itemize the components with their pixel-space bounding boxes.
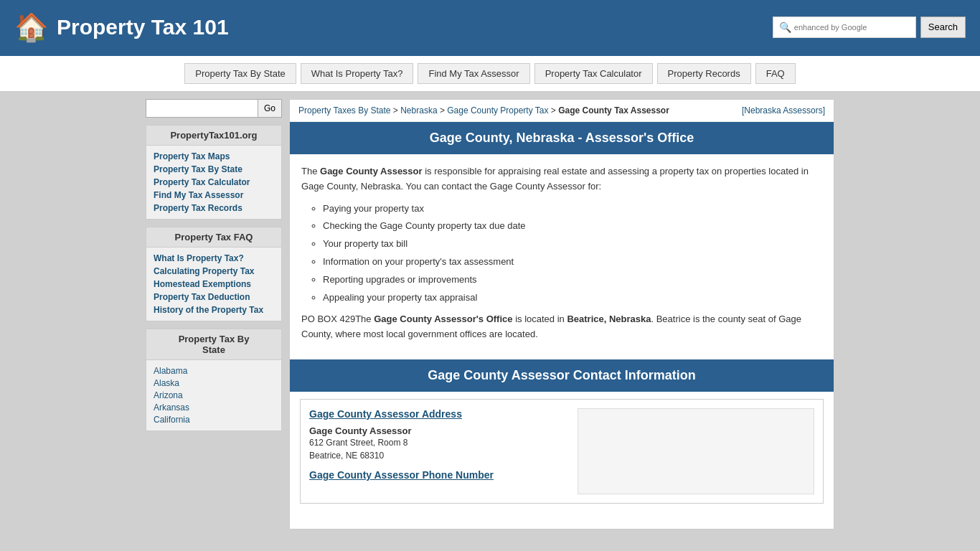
breadcrumb-current: Gage County Tax Assessor bbox=[558, 105, 669, 116]
state-link-arkansas[interactable]: Arkansas bbox=[154, 402, 274, 413]
sidebar-search-go-button[interactable]: Go bbox=[258, 99, 282, 118]
sidebar-faq-links: What Is Property Tax? Calculating Proper… bbox=[146, 248, 281, 321]
nav-property-records[interactable]: Property Records bbox=[657, 63, 751, 84]
content-body: The Gage County Assessor is responsible … bbox=[290, 154, 834, 359]
assessor-name-bold: Gage County Assessor bbox=[320, 166, 423, 176]
breadcrumb-link-gage[interactable]: Gage County Property Tax bbox=[447, 105, 548, 116]
logo-area: 🏠 Property Tax 101 bbox=[14, 14, 229, 41]
intro-paragraph: The Gage County Assessor is responsible … bbox=[301, 164, 822, 194]
sidebar-link-calculator[interactable]: Property Tax Calculator bbox=[154, 177, 274, 187]
site-header: 🏠 Property Tax 101 🔍 Search bbox=[0, 0, 980, 54]
sidebar-nav-links: Property Tax Maps Property Tax By State … bbox=[146, 146, 281, 219]
sidebar-search-form: Go bbox=[146, 99, 282, 118]
search-icon: 🔍 bbox=[779, 22, 791, 33]
sidebar-faq-what[interactable]: What Is Property Tax? bbox=[154, 253, 274, 263]
search-area: 🔍 Search bbox=[773, 17, 966, 38]
search-input[interactable] bbox=[794, 23, 910, 32]
sidebar-link-maps[interactable]: Property Tax Maps bbox=[154, 151, 274, 161]
contact-section-header: Gage County Assessor Contact Information bbox=[290, 359, 834, 392]
main-section-header: Gage County, Nebraska - Assessor's Offic… bbox=[290, 122, 834, 154]
service-item-5: Reporting upgrades or improvements bbox=[323, 273, 822, 288]
sidebar-search-input[interactable] bbox=[146, 99, 258, 118]
sidebar-nav-title: PropertyTax101.org bbox=[146, 126, 281, 146]
breadcrumb-path: Property Taxes By State > Nebraska > Gag… bbox=[298, 105, 669, 116]
contact-left-panel: Gage County Assessor Address Gage County… bbox=[309, 408, 570, 494]
service-item-2: Checking the Gage County property tax du… bbox=[323, 219, 822, 234]
sidebar-faq-deduction[interactable]: Property Tax Deduction bbox=[154, 292, 274, 302]
state-link-california[interactable]: California bbox=[154, 415, 274, 425]
sidebar: Go PropertyTax101.org Property Tax Maps … bbox=[146, 99, 282, 529]
contact-phone-title: Gage County Assessor Phone Number bbox=[309, 469, 570, 481]
service-item-4: Information on your property's tax asses… bbox=[323, 255, 822, 270]
sidebar-faq-calculating[interactable]: Calculating Property Tax bbox=[154, 266, 274, 276]
house-icon: 🏠 bbox=[14, 14, 48, 41]
sidebar-link-find-assessor[interactable]: Find My Tax Assessor bbox=[154, 190, 274, 200]
search-wrapper: 🔍 bbox=[773, 17, 916, 38]
contact-address-title: Gage County Assessor Address bbox=[309, 408, 570, 420]
sidebar-link-by-state[interactable]: Property Tax By State bbox=[154, 164, 274, 174]
nav-property-tax-by-state[interactable]: Property Tax By State bbox=[184, 63, 296, 84]
sidebar-faq-homestead[interactable]: Homestead Exemptions bbox=[154, 279, 274, 289]
contact-grid: Gage County Assessor Address Gage County… bbox=[309, 408, 814, 494]
nav-what-is-property-tax[interactable]: What Is Property Tax? bbox=[301, 63, 414, 84]
contact-org-name: Gage County Assessor bbox=[309, 425, 570, 436]
site-title: Property Tax 101 bbox=[57, 15, 229, 39]
breadcrumb-link-state[interactable]: Property Taxes By State bbox=[298, 105, 391, 116]
service-item-1: Paying your property tax bbox=[323, 202, 822, 217]
sidebar-faq-title: Property Tax FAQ bbox=[146, 227, 281, 248]
main-container: Go PropertyTax101.org Property Tax Maps … bbox=[138, 99, 842, 529]
service-item-3: Your property tax bill bbox=[323, 237, 822, 252]
location-paragraph: PO BOX 429The Gage County Assessor's Off… bbox=[301, 312, 822, 342]
nebraska-assessors-link[interactable]: [Nebraska Assessors] bbox=[742, 105, 825, 116]
contact-street: 612 Grant Street, Room 8 bbox=[309, 436, 570, 449]
sidebar-faq-section: Property Tax FAQ What Is Property Tax? C… bbox=[146, 227, 282, 321]
breadcrumb-link-nebraska[interactable]: Nebraska bbox=[400, 105, 437, 116]
content-area: Property Taxes By State > Nebraska > Gag… bbox=[289, 99, 834, 529]
sidebar-state-list: Alabama Alaska Arizona Arkansas Californ… bbox=[146, 360, 281, 430]
contact-city: Beatrice, NE 68310 bbox=[309, 449, 570, 462]
office-name-bold: Gage County Assessor's Office bbox=[374, 314, 512, 324]
contact-section: Gage County Assessor Address Gage County… bbox=[300, 399, 824, 504]
contact-map-panel bbox=[578, 408, 814, 494]
search-button[interactable]: Search bbox=[920, 17, 966, 38]
state-link-alaska[interactable]: Alaska bbox=[154, 378, 274, 388]
city-name-bold: Beatrice, Nebraska bbox=[567, 314, 651, 324]
sidebar-link-records[interactable]: Property Tax Records bbox=[154, 203, 274, 213]
nav-property-tax-calculator[interactable]: Property Tax Calculator bbox=[534, 63, 653, 84]
sidebar-state-title: Property Tax ByState bbox=[146, 329, 281, 360]
sidebar-state-section: Property Tax ByState Alabama Alaska Ariz… bbox=[146, 329, 282, 431]
nav-faq[interactable]: FAQ bbox=[755, 63, 796, 84]
state-link-arizona[interactable]: Arizona bbox=[154, 390, 274, 400]
services-list: Paying your property tax Checking the Ga… bbox=[323, 202, 822, 306]
state-link-alabama[interactable]: Alabama bbox=[154, 366, 274, 376]
sidebar-faq-history[interactable]: History of the Property Tax bbox=[154, 305, 274, 315]
nav-find-tax-assessor[interactable]: Find My Tax Assessor bbox=[418, 63, 529, 84]
breadcrumb: Property Taxes By State > Nebraska > Gag… bbox=[290, 100, 834, 122]
navbar: Property Tax By State What Is Property T… bbox=[0, 54, 980, 92]
sidebar-nav-section: PropertyTax101.org Property Tax Maps Pro… bbox=[146, 125, 282, 220]
service-item-6: Appealing your property tax appraisal bbox=[323, 291, 822, 306]
